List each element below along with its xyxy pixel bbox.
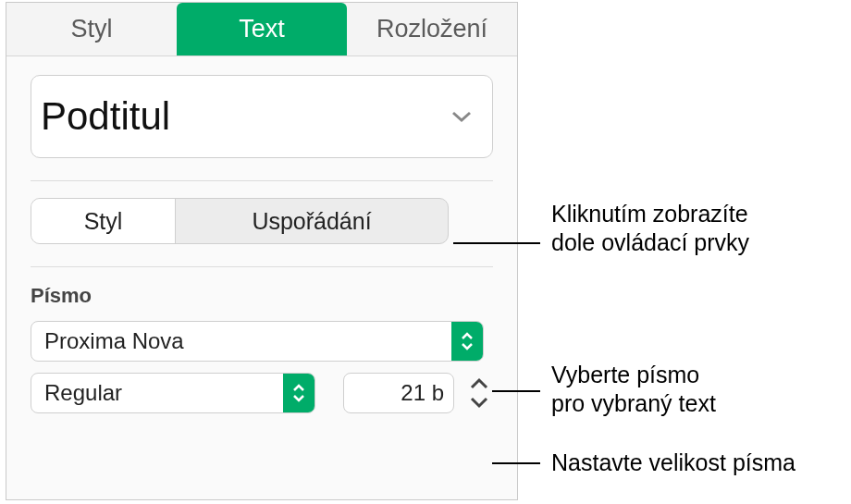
callout-line bbox=[492, 390, 540, 392]
callout-font-family: Vyberte písmo pro vybraný text bbox=[551, 361, 716, 419]
dropdown-button bbox=[283, 374, 314, 412]
segment-styl[interactable]: Styl bbox=[31, 199, 176, 243]
segment-usporadani[interactable]: Uspořádání bbox=[176, 199, 448, 243]
font-weight-size-row: Regular 21 b bbox=[31, 373, 493, 413]
font-size-value: 21 b bbox=[401, 380, 444, 406]
font-size-stepper bbox=[465, 373, 493, 413]
font-weight-value: Regular bbox=[31, 380, 283, 406]
paragraph-style-value: Podtitul bbox=[41, 94, 170, 139]
segmented-control: Styl Uspořádání bbox=[31, 198, 449, 244]
up-down-icon bbox=[461, 332, 474, 350]
separator bbox=[31, 266, 493, 267]
tab-styl[interactable]: Styl bbox=[6, 3, 177, 55]
panel-content: Podtitul Styl Uspořádání Písmo Proxima N… bbox=[6, 56, 517, 413]
callout-segmented: Kliknutím zobrazíte dole ovládací prvky bbox=[551, 200, 749, 258]
separator bbox=[31, 180, 493, 181]
paragraph-style-dropdown[interactable]: Podtitul bbox=[31, 75, 493, 158]
font-size-field[interactable]: 21 b bbox=[343, 373, 454, 413]
callout-font-size: Nastavte velikost písma bbox=[551, 449, 796, 477]
font-family-row: Proxima Nova bbox=[31, 321, 493, 362]
font-family-value: Proxima Nova bbox=[31, 328, 451, 354]
tab-rozlozeni[interactable]: Rozložení bbox=[347, 3, 517, 55]
font-weight-dropdown[interactable]: Regular bbox=[31, 373, 315, 413]
font-section-label: Písmo bbox=[31, 284, 493, 308]
callout-line bbox=[453, 242, 540, 244]
format-panel: Styl Text Rozložení Podtitul Styl Uspořá… bbox=[6, 2, 518, 500]
chevron-down-icon bbox=[451, 110, 472, 123]
callout-line bbox=[492, 462, 540, 464]
dropdown-button bbox=[451, 322, 483, 361]
up-down-icon bbox=[292, 384, 305, 402]
stepper-down-button[interactable] bbox=[469, 395, 489, 410]
font-family-dropdown[interactable]: Proxima Nova bbox=[31, 321, 484, 362]
stepper-up-button[interactable] bbox=[469, 376, 489, 391]
tab-text[interactable]: Text bbox=[177, 3, 347, 55]
top-tabs: Styl Text Rozložení bbox=[6, 3, 517, 56]
